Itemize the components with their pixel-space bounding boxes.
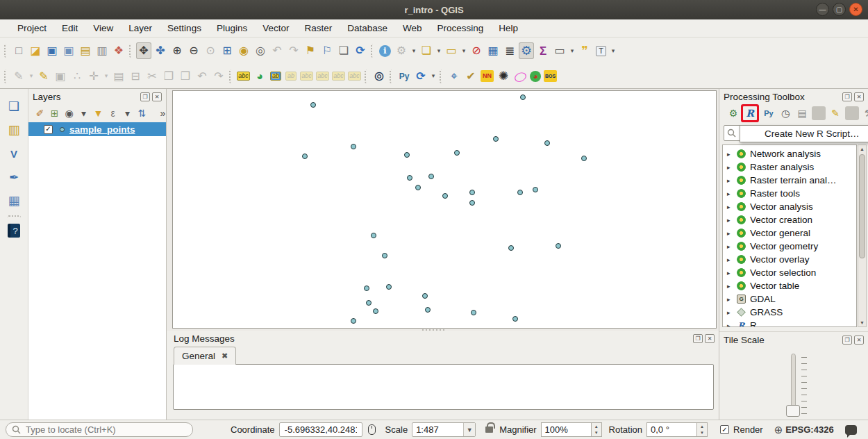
expand-arrow-icon[interactable] bbox=[727, 296, 735, 303]
expand-arrow-icon[interactable] bbox=[727, 190, 735, 197]
expand-arrow-icon[interactable] bbox=[727, 256, 735, 263]
open-project-icon[interactable]: ◪ bbox=[28, 42, 43, 59]
new-geopackage-layer-icon[interactable]: ▥ bbox=[6, 122, 22, 138]
toggle-editing-icon[interactable]: ✎ bbox=[36, 68, 51, 85]
save-project-icon[interactable]: ▣ bbox=[44, 42, 60, 59]
ellipse-plugin-icon[interactable]: ◯ bbox=[510, 67, 529, 85]
cut-features-icon[interactable]: ✂ bbox=[144, 68, 160, 85]
toolbox-group-vector-table[interactable]: Vector table bbox=[723, 279, 856, 292]
modify-attributes-icon[interactable]: ▤ bbox=[111, 68, 126, 85]
toolbox-group-vector-overlay[interactable]: Vector overlay bbox=[723, 253, 856, 266]
plugin-reload-icon[interactable]: ⟳ bbox=[413, 68, 428, 85]
dropdown-arrow[interactable]: ▾ bbox=[430, 68, 437, 85]
magnifier-spinbox[interactable]: 100% ▲ ▼ bbox=[541, 422, 602, 437]
layer-item-sample-points[interactable]: ✓ sample_points bbox=[28, 122, 166, 136]
new-bookmark-icon[interactable]: ⚑ bbox=[303, 42, 318, 59]
highlight-pinned-labels-icon[interactable]: ab bbox=[285, 72, 297, 81]
edit-in-place-icon[interactable]: ✎ bbox=[828, 106, 842, 120]
save-layer-edits-icon[interactable]: ▣ bbox=[53, 68, 68, 85]
metasearch-icon[interactable]: ⊚ bbox=[372, 68, 387, 85]
toolbox-group-raster-terrain-analysis[interactable]: Raster terrain anal… bbox=[723, 174, 856, 187]
dropdown-arrow[interactable]: ▾ bbox=[77, 106, 90, 120]
fan-plugin-icon[interactable]: ✺ bbox=[496, 68, 511, 85]
expand-arrow-icon[interactable] bbox=[727, 204, 735, 210]
show-hide-labels-icon[interactable]: abc bbox=[300, 72, 313, 81]
options-icon[interactable]: ⚒ bbox=[862, 106, 868, 120]
bos-plugin-icon[interactable]: BOS bbox=[544, 70, 557, 82]
tile-scale-slider-track[interactable] bbox=[791, 354, 796, 412]
select-features-icon[interactable]: ❏ bbox=[419, 42, 434, 59]
map-canvas[interactable] bbox=[172, 90, 717, 329]
minimize-button[interactable]: — bbox=[816, 3, 829, 16]
dropdown-arrow[interactable]: ▾ bbox=[28, 68, 35, 85]
chevron-down-icon[interactable]: ▼ bbox=[463, 423, 475, 436]
rotation-spinbox[interactable]: 0,0 ° ▲ ▼ bbox=[646, 422, 708, 437]
expand-arrow-icon[interactable] bbox=[727, 177, 735, 184]
dropdown-arrow[interactable]: ▾ bbox=[610, 42, 617, 59]
menu-help[interactable]: Help bbox=[491, 19, 526, 37]
dropdown-arrow[interactable]: ▾ bbox=[569, 42, 576, 59]
toolbox-group-grass[interactable]: GRASS bbox=[723, 306, 856, 319]
pan-to-selection-icon[interactable]: ✤ bbox=[153, 42, 168, 59]
zoom-to-layer-icon[interactable]: ◉ bbox=[236, 42, 251, 59]
pin-labels-icon[interactable]: ab bbox=[270, 72, 281, 81]
measure-icon[interactable]: ▭ bbox=[552, 42, 567, 59]
refresh-icon[interactable]: ⟳ bbox=[353, 42, 368, 59]
statistical-summary-icon[interactable]: Σ bbox=[535, 42, 551, 59]
spin-up-icon[interactable]: ▲ bbox=[592, 423, 601, 430]
mouse-position-icon[interactable] bbox=[368, 424, 376, 435]
menu-settings[interactable]: Settings bbox=[160, 19, 209, 37]
render-checkbox[interactable]: ✓ bbox=[720, 425, 729, 434]
select-by-form-icon[interactable]: ▭ bbox=[444, 42, 459, 59]
menu-raster[interactable]: Raster bbox=[297, 19, 340, 37]
pan-map-icon[interactable]: ✥ bbox=[136, 42, 151, 59]
python-scripts-icon[interactable]: Py bbox=[762, 106, 776, 120]
close-panel-button[interactable]: ✕ bbox=[854, 92, 864, 101]
toolbox-group-vector-analysis[interactable]: Vector analysis bbox=[723, 200, 856, 213]
save-project-as-icon[interactable]: ▣ bbox=[61, 42, 76, 59]
zoom-in-icon[interactable]: ⊕ bbox=[169, 42, 185, 59]
expand-arrow-icon[interactable] bbox=[727, 217, 735, 224]
zoom-out-icon[interactable]: ⊖ bbox=[186, 42, 201, 59]
layer-styling-icon[interactable]: ✐ bbox=[33, 106, 47, 120]
expand-arrow-icon[interactable] bbox=[727, 270, 735, 276]
toolbox-group-vector-geometry[interactable]: Vector geometry bbox=[723, 240, 856, 253]
new-shapefile-layer-icon[interactable]: V bbox=[6, 145, 22, 162]
models-icon[interactable]: ⚙ bbox=[726, 106, 740, 120]
float-panel-button[interactable]: ❐ bbox=[842, 336, 852, 345]
bookmark-manager-icon[interactable]: ❏ bbox=[336, 42, 351, 59]
expand-arrow-icon[interactable] bbox=[727, 230, 735, 237]
data-source-manager-icon[interactable]: ❏ bbox=[6, 98, 22, 115]
locator-search[interactable] bbox=[6, 422, 193, 437]
field-calculator-icon[interactable]: ≣ bbox=[502, 42, 517, 59]
scroll-up-icon[interactable]: ▲ bbox=[858, 145, 866, 153]
dropdown-arrow[interactable]: ▾ bbox=[460, 42, 467, 59]
results-viewer-icon[interactable]: ▤ bbox=[795, 106, 809, 120]
scale-combobox[interactable]: 1:487 ▼ bbox=[412, 422, 476, 437]
change-label-icon[interactable]: abc bbox=[348, 72, 361, 81]
deselect-features-icon[interactable]: ⊘ bbox=[469, 42, 484, 59]
nn-join-icon[interactable]: NN bbox=[481, 70, 494, 82]
zoom-to-selection-icon[interactable]: ◎ bbox=[253, 42, 268, 59]
history-icon[interactable]: ◷ bbox=[778, 106, 792, 120]
help-icon[interactable]: ? bbox=[8, 224, 20, 238]
messages-bubble-icon[interactable] bbox=[845, 425, 857, 435]
close-panel-button[interactable]: ✕ bbox=[854, 336, 864, 345]
menu-web[interactable]: Web bbox=[395, 19, 430, 37]
zoom-next-icon[interactable]: ↷ bbox=[286, 42, 301, 59]
scrollbar-thumb[interactable] bbox=[859, 154, 865, 258]
toolbox-group-vector-creation[interactable]: Vector creation bbox=[723, 213, 856, 226]
create-new-r-script-menu-item[interactable]: Create New R Script… bbox=[740, 125, 868, 142]
new-virtual-layer-icon[interactable]: ▦ bbox=[6, 192, 22, 209]
expand-collapse-icon[interactable]: ⇅ bbox=[135, 106, 149, 120]
toolbox-group-network-analysis[interactable]: Network analysis bbox=[723, 147, 856, 160]
move-label-icon[interactable]: abc bbox=[316, 72, 329, 81]
r-scripts-icon[interactable]: R bbox=[743, 106, 757, 120]
expand-arrow-icon[interactable] bbox=[727, 164, 735, 171]
close-panel-button[interactable]: ✕ bbox=[705, 334, 715, 343]
menu-view[interactable]: View bbox=[85, 19, 121, 37]
menu-project[interactable]: Project bbox=[10, 19, 54, 37]
undo-icon[interactable]: ↶ bbox=[194, 68, 210, 85]
globe-crs-icon[interactable]: ⊕ bbox=[774, 424, 783, 436]
style-manager-icon[interactable]: ❖ bbox=[111, 42, 126, 59]
